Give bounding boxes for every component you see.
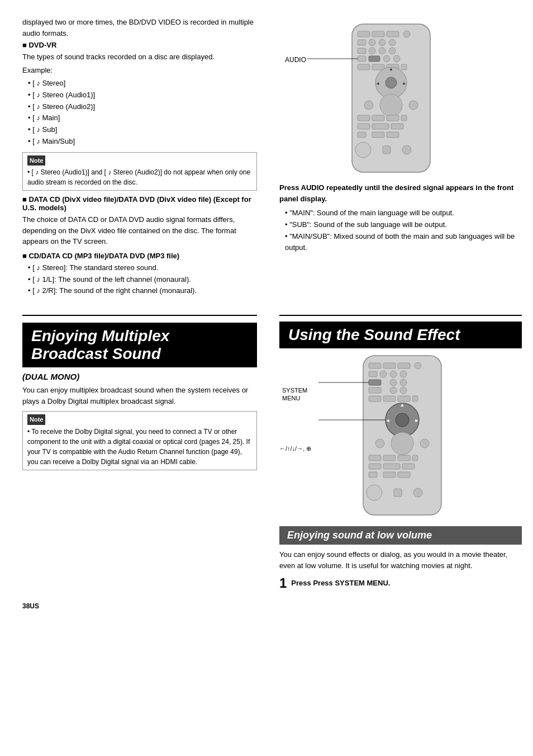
svg-rect-18 — [358, 64, 370, 70]
dual-mono-header: (DUAL MONO) — [22, 372, 257, 381]
dvd-vr-title: ■ DVD-VR — [22, 41, 257, 49]
list-item: • [ ♪ Stereo]: The standard stereo sound… — [28, 262, 257, 274]
svg-rect-5 — [358, 40, 366, 45]
svg-point-48 — [415, 362, 421, 369]
svg-point-4 — [403, 31, 410, 37]
svg-point-54 — [390, 379, 397, 386]
svg-rect-2 — [372, 31, 384, 37]
svg-point-10 — [369, 48, 375, 54]
press-audio-text: Press AUDIO repeatedly until the desired… — [279, 182, 522, 204]
svg-point-72 — [391, 432, 413, 455]
remote-image-bottom: SYSTEMMENU ←/↑/↓/→, ⊕ — [279, 353, 522, 521]
list-item: • [ ♪ 2/R]: The sound of the right chann… — [28, 285, 257, 297]
list-item: • "MAIN": Sound of the main language wil… — [285, 207, 522, 219]
svg-point-52 — [400, 371, 407, 377]
step-1-row: 1 Press Press SYSTEM MENU. — [279, 575, 522, 591]
svg-point-11 — [379, 48, 386, 54]
list-item: • [ ♪ Sub] — [28, 124, 257, 136]
dvd-vr-desc: The types of sound tracks recorded on a … — [22, 51, 257, 63]
svg-rect-9 — [358, 48, 366, 54]
svg-rect-81 — [369, 472, 377, 478]
enjoying-note: Note • To receive the Dolby Digital sign… — [22, 411, 257, 470]
page-number: 38US — [0, 602, 533, 610]
svg-rect-46 — [383, 363, 396, 368]
svg-rect-19 — [372, 64, 384, 70]
list-item: • "MAIN/SUB": Mixed sound of both the ma… — [285, 231, 522, 254]
intro-text: displayed two or more times, the BD/DVD … — [22, 17, 257, 39]
using-sound-effect-header: Using the Sound Effect — [279, 322, 522, 348]
svg-rect-80 — [402, 464, 415, 469]
dvd-vr-note: Note • [ ♪ Stereo (Audio1)] and [ ♪ Ster… — [22, 152, 257, 191]
remote-svg-bottom: ▲ ▼ ◄ ► — [318, 353, 486, 521]
svg-rect-34 — [401, 115, 407, 121]
svg-point-23 — [386, 77, 397, 88]
svg-point-15 — [383, 55, 390, 62]
svg-text:◄: ◄ — [375, 81, 380, 86]
cd-data-bullets: • [ ♪ Stereo]: The standard stereo sound… — [28, 262, 257, 297]
svg-rect-21 — [401, 64, 407, 70]
svg-rect-62 — [398, 396, 410, 401]
arrow-label: ←/↑/↓/→, ⊕ — [279, 445, 311, 452]
audio-bullets: • "MAIN": Sound of the main language wil… — [285, 207, 522, 254]
svg-rect-32 — [372, 115, 384, 121]
dvd-vr-bullets: • [ ♪ Stereo] • [ ♪ Stereo (Audio1)] • [… — [28, 78, 257, 148]
svg-rect-74 — [369, 455, 381, 461]
svg-rect-36 — [372, 124, 389, 129]
svg-rect-31 — [358, 115, 370, 121]
list-item: • [ ♪ 1/L]: The sound of the left channe… — [28, 274, 257, 286]
cd-data-title: ■ CD/DATA CD (MP3 file)/DATA DVD (MP3 fi… — [22, 252, 257, 260]
data-cd-title: ■ DATA CD (DivX video file)/DATA DVD (Di… — [22, 195, 257, 212]
page: displayed two or more times, the BD/DVD … — [0, 0, 533, 756]
enjoying-multiplex-header: Enjoying Multiplex Broadcast Sound — [22, 323, 257, 367]
note-text: • To receive the Dolby Digital signal, y… — [27, 427, 252, 467]
svg-rect-38 — [358, 132, 366, 138]
svg-rect-13 — [358, 56, 366, 62]
svg-point-30 — [409, 101, 418, 110]
bottom-section: Enjoying Multiplex Broadcast Sound (DUAL… — [0, 305, 533, 597]
list-item: • "SUB": Sound of the sub language will … — [285, 219, 522, 231]
svg-rect-60 — [369, 396, 381, 401]
list-item: • [ ♪ Stereo] — [28, 78, 257, 89]
enjoying-desc: You can enjoy multiplex broadcast sound … — [22, 385, 257, 407]
svg-rect-45 — [369, 363, 381, 368]
note-label: Note — [27, 155, 45, 166]
remote-svg-top: ▲ ▼ ◄ ► — [307, 21, 475, 178]
svg-rect-75 — [383, 455, 396, 461]
divider — [279, 315, 522, 316]
svg-point-29 — [380, 94, 402, 116]
svg-point-12 — [389, 48, 396, 54]
svg-point-28 — [364, 101, 373, 110]
list-item: • [ ♪ Stereo (Audio2)] — [28, 101, 257, 113]
data-cd-desc: The choice of DATA CD or DATA DVD audio … — [22, 214, 257, 247]
svg-point-58 — [390, 387, 397, 394]
step-1-number: 1 — [279, 575, 287, 591]
svg-point-65 — [396, 413, 409, 427]
svg-rect-33 — [387, 115, 399, 121]
svg-point-16 — [393, 55, 400, 62]
svg-point-7 — [379, 39, 386, 46]
svg-rect-40 — [387, 132, 399, 138]
svg-point-8 — [389, 39, 396, 46]
svg-rect-57 — [369, 388, 381, 393]
svg-rect-61 — [383, 396, 396, 401]
svg-point-59 — [400, 387, 407, 394]
svg-point-43 — [402, 145, 411, 154]
svg-rect-1 — [358, 31, 370, 37]
list-item: • [ ♪ Main/Sub] — [28, 136, 257, 148]
svg-text:▲: ▲ — [389, 67, 393, 72]
dvd-vr-example: Example: — [22, 65, 257, 76]
svg-rect-3 — [387, 31, 399, 37]
audio-label: AUDIO — [285, 56, 306, 64]
top-section: displayed two or more times, the BD/DVD … — [0, 11, 533, 305]
svg-rect-79 — [383, 464, 400, 469]
svg-rect-76 — [398, 455, 410, 461]
svg-point-84 — [367, 485, 382, 500]
svg-rect-83 — [398, 472, 410, 478]
svg-point-55 — [400, 379, 407, 386]
svg-rect-37 — [391, 124, 403, 129]
right-bottom: Using the Sound Effect SYSTEMMENU ←/↑/↓/… — [268, 305, 533, 597]
svg-point-41 — [355, 142, 371, 158]
svg-point-86 — [413, 488, 422, 497]
svg-rect-47 — [398, 363, 410, 368]
svg-rect-53 — [369, 380, 381, 385]
